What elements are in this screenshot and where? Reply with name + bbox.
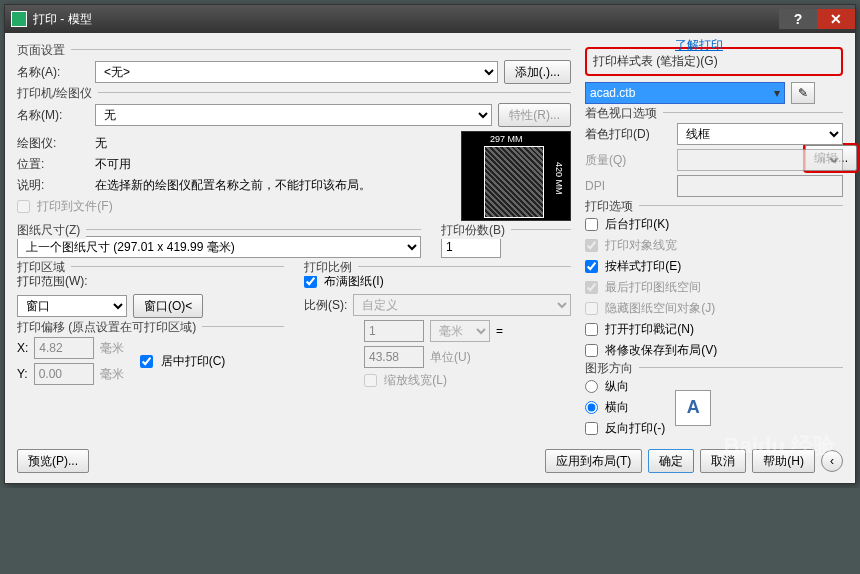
plot-options-group: 打印选项 后台打印(K) 打印对象线宽 按样式打印(E) 最后打印图纸空间 隐藏… [585, 205, 843, 359]
preview-button[interactable]: 预览(P)... [17, 449, 89, 473]
plot-offset-group: 打印偏移 (原点设置在可打印区域) X:毫米 Y:毫米 居中打印(C) [17, 326, 284, 389]
help-icon[interactable]: ? [779, 9, 817, 29]
hide-paperspace-checkbox: 隐藏图纸空间对象(J) [585, 300, 715, 317]
printer-group: 打印机/绘图仪 名称(M): 无 特性(R)... 绘图仪:无 位置:不可用 说… [17, 92, 571, 221]
expand-icon[interactable]: ‹ [821, 450, 843, 472]
plot-lineweights-checkbox: 打印对象线宽 [585, 237, 677, 254]
scale-numerator-input [364, 320, 424, 342]
paper-size-group: 图纸尺寸(Z) 上一个图纸尺寸 (297.01 x 419.99 毫米) [17, 229, 421, 258]
plot-with-styles-checkbox[interactable]: 按样式打印(E) [585, 258, 681, 275]
page-setup-group: 页面设置 名称(A): <无> 添加(.)... [17, 49, 571, 84]
shaded-viewport-group: 着色视口选项 着色打印(D)线框 质量(Q) DPI [585, 112, 843, 197]
window-button[interactable]: 窗口(O)< [133, 294, 203, 318]
portrait-radio[interactable]: 纵向 [585, 378, 629, 395]
dialog-footer: 预览(P)... 应用到布局(T) 确定 取消 帮助(H) ‹ [17, 441, 843, 473]
apply-to-layout-button[interactable]: 应用到布局(T) [545, 449, 642, 473]
paper-preview: 297 MM 420 MM [461, 131, 571, 221]
offset-x-input [34, 337, 94, 359]
plot-area-group: 打印区域 打印范围(W): 窗口 窗口(O)< [17, 266, 284, 318]
dpi-input [677, 175, 843, 197]
edit-style-icon[interactable]: ✎ [791, 82, 815, 104]
save-changes-checkbox[interactable]: 将修改保存到布局(V) [585, 342, 717, 359]
landscape-radio[interactable]: 横向 [585, 399, 629, 416]
scale-select: 自定义 [353, 294, 571, 316]
close-icon[interactable]: ✕ [817, 9, 855, 29]
scale-lineweights-checkbox: 缩放线宽(L) [364, 372, 447, 389]
plot-style-select[interactable]: acad.ctb▾ [585, 82, 785, 104]
help-button[interactable]: 帮助(H) [752, 449, 815, 473]
plot-paperspace-last-checkbox: 最后打印图纸空间 [585, 279, 701, 296]
scale-denominator-input [364, 346, 424, 368]
offset-y-input [34, 363, 94, 385]
window-title: 打印 - 模型 [33, 11, 779, 28]
chevron-down-icon: ▾ [774, 86, 780, 100]
shade-plot-select[interactable]: 线框 [677, 123, 843, 145]
app-icon [11, 11, 27, 27]
page-setup-name-select[interactable]: <无> [95, 61, 498, 83]
plot-scale-group: 打印比例 布满图纸(I) 比例(S):自定义 毫米= 单位(U) 缩放线宽(L) [304, 266, 571, 389]
cancel-button[interactable]: 取消 [700, 449, 746, 473]
ok-button[interactable]: 确定 [648, 449, 694, 473]
learn-about-plotting-link[interactable]: 了解打印 [675, 37, 723, 54]
copies-group: 打印份数(B) [441, 229, 571, 258]
printer-name-select[interactable]: 无 [95, 104, 492, 126]
print-to-file-checkbox: 打印到文件(F) [17, 198, 113, 215]
scale-unit-select: 毫米 [430, 320, 490, 342]
upside-down-checkbox[interactable]: 反向打印(-) [585, 420, 665, 437]
orientation-icon: A [675, 390, 711, 426]
titlebar[interactable]: 打印 - 模型 ? ✕ [5, 5, 855, 33]
plot-stamp-checkbox[interactable]: 打开打印戳记(N) [585, 321, 694, 338]
fit-to-paper-checkbox[interactable]: 布满图纸(I) [304, 274, 384, 288]
center-plot-checkbox[interactable]: 居中打印(C) [140, 353, 225, 370]
copies-input[interactable] [441, 236, 501, 258]
plot-dialog: 打印 - 模型 ? ✕ 了解打印 页面设置 名称(A): <无> 添加(.)..… [4, 4, 856, 484]
orientation-group: 图形方向 纵向 横向 反向打印(-) A [585, 367, 843, 441]
plot-range-select[interactable]: 窗口 [17, 295, 127, 317]
background-plot-checkbox[interactable]: 后台打印(K) [585, 216, 669, 233]
properties-button: 特性(R)... [498, 103, 571, 127]
quality-select [677, 149, 843, 171]
add-button[interactable]: 添加(.)... [504, 60, 571, 84]
paper-size-select[interactable]: 上一个图纸尺寸 (297.01 x 419.99 毫米) [17, 236, 421, 258]
